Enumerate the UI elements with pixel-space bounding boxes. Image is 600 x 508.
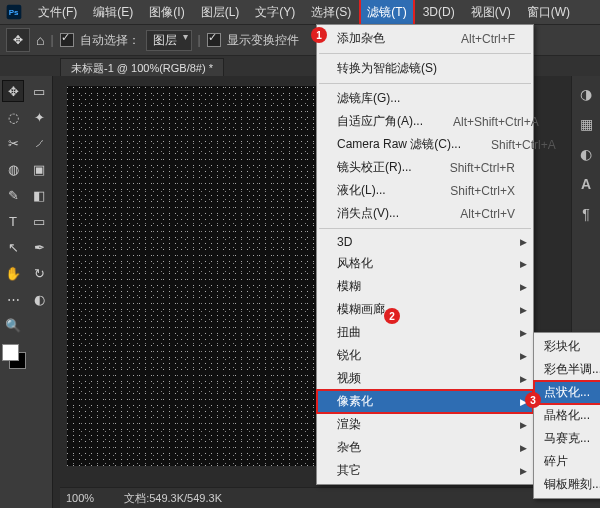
- menu-type[interactable]: 文字(Y): [247, 0, 303, 24]
- menu-filter[interactable]: 滤镜(T): [359, 0, 414, 26]
- pixelate-menu-item[interactable]: 铜板雕刻...: [534, 473, 600, 496]
- auto-select-label: 自动选择：: [80, 32, 140, 49]
- tool-hand[interactable]: ✋: [2, 262, 24, 284]
- filter-menu-item[interactable]: 视频: [317, 367, 533, 390]
- status-bar: 100% 文档:549.3K/549.3K: [60, 487, 600, 508]
- filter-menu-item[interactable]: 转换为智能滤镜(S): [317, 57, 533, 80]
- filter-menu-item[interactable]: 像素化: [317, 390, 533, 413]
- color-panel-icon[interactable]: ◑: [580, 86, 592, 102]
- tools-column-a: ✥ ◌ ✂ ◍ ✎ T ↖ ✋ ⋯ 🔍: [0, 76, 26, 508]
- tool-rotate[interactable]: ↻: [28, 262, 50, 284]
- svg-text:Ps: Ps: [9, 8, 19, 17]
- filter-menu-item[interactable]: 消失点(V)...Alt+Ctrl+V: [317, 202, 533, 225]
- filter-menu-item[interactable]: 渲染: [317, 413, 533, 436]
- show-transform-label: 显示变换控件: [227, 32, 299, 49]
- pixelate-menu-item[interactable]: 彩块化: [534, 335, 600, 358]
- filter-menu-item[interactable]: 液化(L)...Shift+Ctrl+X: [317, 179, 533, 202]
- menu-view[interactable]: 视图(V): [463, 0, 519, 24]
- move-tool-icon[interactable]: ✥: [6, 28, 30, 52]
- filter-menu-item[interactable]: 镜头校正(R)...Shift+Ctrl+R: [317, 156, 533, 179]
- tool-zoom[interactable]: 🔍: [2, 314, 24, 336]
- tool-dots[interactable]: ⋯: [2, 288, 24, 310]
- menu-bar: Ps 文件(F) 编辑(E) 图像(I) 图层(L) 文字(Y) 选择(S) 滤…: [0, 0, 600, 24]
- filter-menu-dropdown: 添加杂色Alt+Ctrl+F转换为智能滤镜(S)滤镜库(G)...自适应广角(A…: [316, 24, 534, 485]
- tool-lasso[interactable]: ◌: [2, 106, 24, 128]
- pixelate-menu-item[interactable]: 点状化...: [534, 381, 600, 404]
- tool-marquee[interactable]: ▭: [28, 80, 50, 102]
- document-tab[interactable]: 未标题-1 @ 100%(RGB/8#) *: [60, 58, 224, 78]
- filter-menu-item[interactable]: 模糊: [317, 275, 533, 298]
- menu-file[interactable]: 文件(F): [30, 0, 85, 24]
- menu-layer[interactable]: 图层(L): [193, 0, 248, 24]
- menu-select[interactable]: 选择(S): [303, 0, 359, 24]
- app-logo: Ps: [4, 4, 24, 20]
- tool-pen[interactable]: ✒: [28, 236, 50, 258]
- filter-menu-item[interactable]: 锐化: [317, 344, 533, 367]
- pixelate-menu-item[interactable]: 彩色半调...: [534, 358, 600, 381]
- filter-menu-item[interactable]: 自适应广角(A)...Alt+Shift+Ctrl+A: [317, 110, 533, 133]
- tool-eraser[interactable]: ◧: [28, 184, 50, 206]
- tool-text[interactable]: T: [2, 210, 24, 232]
- tool-wand[interactable]: ✦: [28, 106, 50, 128]
- filter-menu-item[interactable]: 添加杂色Alt+Ctrl+F: [317, 27, 533, 50]
- filter-menu-item[interactable]: 扭曲: [317, 321, 533, 344]
- tool-misc[interactable]: ◐: [28, 288, 50, 310]
- filter-menu-item[interactable]: 其它: [317, 459, 533, 482]
- tools-column-b: ▭ ✦ ⟋ ▣ ◧ ▭ ✒ ↻ ◐: [26, 76, 52, 508]
- pixelate-menu-item[interactable]: 晶格化...: [534, 404, 600, 427]
- tool-shape[interactable]: ▭: [28, 210, 50, 232]
- tool-healing[interactable]: ◍: [2, 158, 24, 180]
- pixelate-submenu: 彩块化彩色半调...点状化...晶格化...马赛克...碎片铜板雕刻...: [533, 332, 600, 499]
- pixelate-menu-item[interactable]: 碎片: [534, 450, 600, 473]
- menu-window[interactable]: 窗口(W): [519, 0, 578, 24]
- menu-edit[interactable]: 编辑(E): [85, 0, 141, 24]
- filter-menu-item[interactable]: 滤镜库(G)...: [317, 87, 533, 110]
- zoom-level[interactable]: 100%: [66, 492, 94, 504]
- tool-path[interactable]: ↖: [2, 236, 24, 258]
- adjustments-panel-icon[interactable]: ◐: [580, 146, 592, 162]
- badge-3: 3: [525, 392, 541, 408]
- tool-move[interactable]: ✥: [2, 80, 24, 102]
- tool-brush[interactable]: ✎: [2, 184, 24, 206]
- filter-menu-item[interactable]: 3D: [317, 232, 533, 252]
- home-icon[interactable]: ⌂: [36, 32, 44, 48]
- tool-eyedropper[interactable]: ⟋: [28, 132, 50, 154]
- pixelate-menu-item[interactable]: 马赛克...: [534, 427, 600, 450]
- badge-1: 1: [311, 27, 327, 43]
- filter-menu-item[interactable]: Camera Raw 滤镜(C)...Shift+Ctrl+A: [317, 133, 533, 156]
- swatches-panel-icon[interactable]: ▦: [580, 116, 593, 132]
- char-panel-icon[interactable]: A: [581, 176, 591, 192]
- doc-info: 文档:549.3K/549.3K: [124, 491, 222, 506]
- menu-image[interactable]: 图像(I): [141, 0, 192, 24]
- auto-select-checkbox[interactable]: [60, 33, 74, 47]
- auto-select-target-select[interactable]: 图层: [146, 30, 192, 51]
- color-swatch[interactable]: [2, 344, 24, 366]
- filter-menu-item[interactable]: 风格化: [317, 252, 533, 275]
- menu-3d[interactable]: 3D(D): [415, 0, 463, 24]
- filter-menu-item[interactable]: 模糊画廊: [317, 298, 533, 321]
- tool-clone[interactable]: ▣: [28, 158, 50, 180]
- badge-2: 2: [384, 308, 400, 324]
- paragraph-panel-icon[interactable]: ¶: [582, 206, 590, 222]
- tool-crop[interactable]: ✂: [2, 132, 24, 154]
- show-transform-checkbox[interactable]: [207, 33, 221, 47]
- filter-menu-item[interactable]: 杂色: [317, 436, 533, 459]
